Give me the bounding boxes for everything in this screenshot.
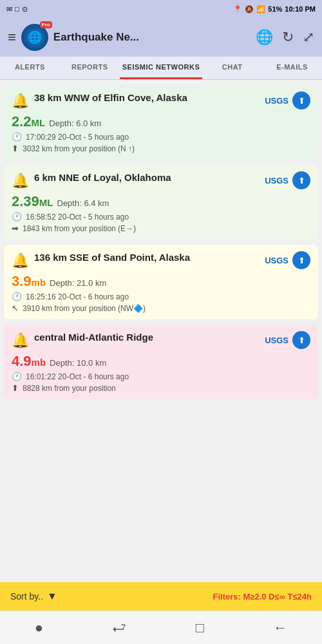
eq-time: 🕐 16:58:52 20-Oct - 5 hours ago bbox=[12, 212, 310, 222]
wifi-icon: 📶 bbox=[256, 5, 265, 14]
earthquake-card[interactable]: 🔔 38 km WNW of Elfin Cove, Alaska USGS ⬆… bbox=[4, 85, 318, 160]
tab-emails[interactable]: E-MAILS bbox=[262, 57, 322, 79]
location-row: 🔔 6 km NNE of Loyal, Oklahoma bbox=[12, 171, 261, 189]
tabs-bar: ALERTS REPORTS SEISMIC NETWORKS CHAT E-M… bbox=[0, 57, 322, 80]
source-badge[interactable]: USGS bbox=[265, 336, 289, 345]
share-button[interactable]: ⬆ bbox=[292, 331, 310, 349]
nav-bar: ● ⮐ □ ← bbox=[0, 611, 322, 644]
eq-time: 🕐 16:25:16 20-Oct - 6 hours ago bbox=[12, 292, 310, 301]
nav-back-button[interactable]: ← bbox=[265, 617, 295, 639]
earthquake-icon: 🔔 bbox=[12, 332, 29, 349]
status-bar-left: ✉ □ ⊙ bbox=[6, 5, 28, 14]
location-row: 🔔 136 km SSE of Sand Point, Alaska bbox=[12, 251, 261, 269]
eq-distance: ⬆ 3032 km from your position (N ↑) bbox=[12, 144, 310, 153]
eq-location-text: 6 km NNE of Loyal, Oklahoma bbox=[34, 171, 171, 184]
filter-mag: 2.0 bbox=[254, 592, 266, 601]
screen-icon: □ bbox=[15, 5, 19, 13]
refresh-button[interactable]: ↻ bbox=[282, 29, 294, 46]
eq-magnitude: 3.9mbDepth: 21.0 km bbox=[12, 273, 106, 289]
tab-alerts[interactable]: ALERTS bbox=[0, 57, 60, 79]
expand-button[interactable]: ⤢ bbox=[303, 29, 314, 46]
eq-location-text: central Mid-Atlantic Ridge bbox=[34, 331, 153, 344]
compass-icon: ⬆ bbox=[12, 383, 19, 393]
source-badge[interactable]: USGS bbox=[265, 96, 289, 106]
earthquake-card[interactable]: 🔔 136 km SSE of Sand Point, Alaska USGS … bbox=[4, 245, 318, 319]
mute-icon: 🔕 bbox=[245, 5, 254, 14]
source-share: USGS ⬆ bbox=[265, 251, 310, 269]
earthquake-icon: 🔔 bbox=[12, 252, 29, 269]
app-logo: 🌐 bbox=[21, 24, 48, 51]
compass-icon: ↖ bbox=[12, 303, 19, 313]
bottom-bar: Sort by.. ▼ Filters: M≥2.0 D≤∞ T≤24h bbox=[0, 582, 322, 611]
eq-mag-row: 3.9mbDepth: 21.0 km bbox=[12, 273, 310, 290]
clock-icon: 🕐 bbox=[12, 372, 22, 381]
globe-button[interactable]: 🌐 bbox=[256, 29, 273, 46]
eq-distance: ➡ 1843 km from your position (E→) bbox=[12, 223, 310, 233]
gps-icon: 📍 bbox=[233, 5, 242, 14]
eq-location-text: 38 km WNW of Elfin Cove, Alaska bbox=[34, 91, 187, 104]
source-share: USGS ⬆ bbox=[265, 91, 310, 109]
card-header: 🔔 central Mid-Atlantic Ridge USGS ⬆ bbox=[12, 331, 310, 349]
eq-mag-row: 4.9mbDepth: 10.0 km bbox=[12, 353, 310, 370]
share-button[interactable]: ⬆ bbox=[292, 171, 310, 189]
eq-magnitude: 4.9mbDepth: 10.0 km bbox=[12, 353, 106, 369]
chevron-down-icon: ▼ bbox=[47, 591, 57, 602]
source-badge[interactable]: USGS bbox=[265, 256, 289, 265]
location-row: 🔔 central Mid-Atlantic Ridge bbox=[12, 331, 261, 349]
tab-seismic-networks[interactable]: SEISMIC NETWORKS bbox=[120, 57, 202, 79]
compass-icon: ⬆ bbox=[12, 144, 19, 153]
eq-mag-row: 2.2MLDepth: 6.0 km bbox=[12, 113, 310, 130]
eq-location-text: 136 km SSE of Sand Point, Alaska bbox=[34, 251, 190, 264]
eq-time: 🕐 16:01:22 20-Oct - 6 hours ago bbox=[12, 372, 310, 381]
sort-label: Sort by.. bbox=[10, 591, 43, 601]
source-share: USGS ⬆ bbox=[265, 331, 310, 349]
card-header: 🔔 38 km WNW of Elfin Cove, Alaska USGS ⬆ bbox=[12, 91, 310, 109]
earthquake-icon: 🔔 bbox=[12, 173, 29, 189]
earthquake-icon: 🔔 bbox=[12, 93, 29, 109]
filter-display: Filters: M≥2.0 D≤∞ T≤24h bbox=[213, 592, 312, 601]
app-title: Earthquake Ne... bbox=[53, 31, 251, 44]
share-button[interactable]: ⬆ bbox=[292, 251, 310, 269]
status-bar-right: 📍 🔕 📶 51% 10:10 PM bbox=[233, 5, 316, 14]
earthquake-card[interactable]: 🔔 6 km NNE of Loyal, Oklahoma USGS ⬆ 2.3… bbox=[4, 165, 318, 240]
earthquake-list: 🔔 38 km WNW of Elfin Cove, Alaska USGS ⬆… bbox=[0, 80, 322, 582]
eq-magnitude: 2.39MLDepth: 6.4 km bbox=[12, 193, 109, 209]
clock-icon: 🕐 bbox=[12, 132, 22, 142]
header: ≡ 🌐 Earthquake Ne... 🌐 ↻ ⤢ bbox=[0, 18, 322, 57]
earthquake-card[interactable]: 🔔 central Mid-Atlantic Ridge USGS ⬆ 4.9m… bbox=[4, 325, 318, 399]
clock-icon: 🕐 bbox=[12, 292, 22, 301]
menu-button[interactable]: ≡ bbox=[8, 29, 16, 46]
eq-distance: ↖ 3910 km from your position (NW🔷) bbox=[12, 303, 310, 313]
card-header: 🔔 6 km NNE of Loyal, Oklahoma USGS ⬆ bbox=[12, 171, 310, 189]
eq-time: 🕐 17:00:29 20-Oct - 5 hours ago bbox=[12, 132, 310, 142]
header-icons: 🌐 ↻ ⤢ bbox=[256, 29, 314, 46]
email-icon: ✉ bbox=[6, 5, 12, 14]
tab-chat[interactable]: CHAT bbox=[202, 57, 262, 79]
clock-icon: 🕐 bbox=[12, 212, 22, 222]
card-header: 🔔 136 km SSE of Sand Point, Alaska USGS … bbox=[12, 251, 310, 269]
status-bar: ✉ □ ⊙ 📍 🔕 📶 51% 10:10 PM bbox=[0, 0, 322, 18]
battery-text: 51% bbox=[268, 5, 282, 13]
filter-prefix: Filters: M≥ bbox=[213, 592, 255, 601]
filter-rest: D≤∞ T≤24h bbox=[267, 592, 312, 601]
eq-magnitude: 2.2MLDepth: 6.0 km bbox=[12, 113, 101, 129]
source-badge[interactable]: USGS bbox=[265, 176, 289, 185]
location-icon: ⊙ bbox=[22, 5, 28, 14]
source-share: USGS ⬆ bbox=[265, 171, 310, 189]
compass-icon: ➡ bbox=[12, 223, 19, 233]
time-text: 10:10 PM bbox=[285, 5, 316, 13]
nav-home-button[interactable]: □ bbox=[188, 617, 212, 639]
nav-dot-button[interactable]: ● bbox=[27, 617, 51, 639]
eq-mag-row: 2.39MLDepth: 6.4 km bbox=[12, 193, 310, 210]
nav-recent-button[interactable]: ⮐ bbox=[104, 617, 134, 639]
tab-reports[interactable]: REPORTS bbox=[60, 57, 120, 79]
eq-distance: ⬆ 8828 km from your position bbox=[12, 383, 310, 393]
sort-by-button[interactable]: Sort by.. ▼ bbox=[10, 591, 57, 602]
share-button[interactable]: ⬆ bbox=[292, 91, 310, 109]
location-row: 🔔 38 km WNW of Elfin Cove, Alaska bbox=[12, 91, 261, 109]
